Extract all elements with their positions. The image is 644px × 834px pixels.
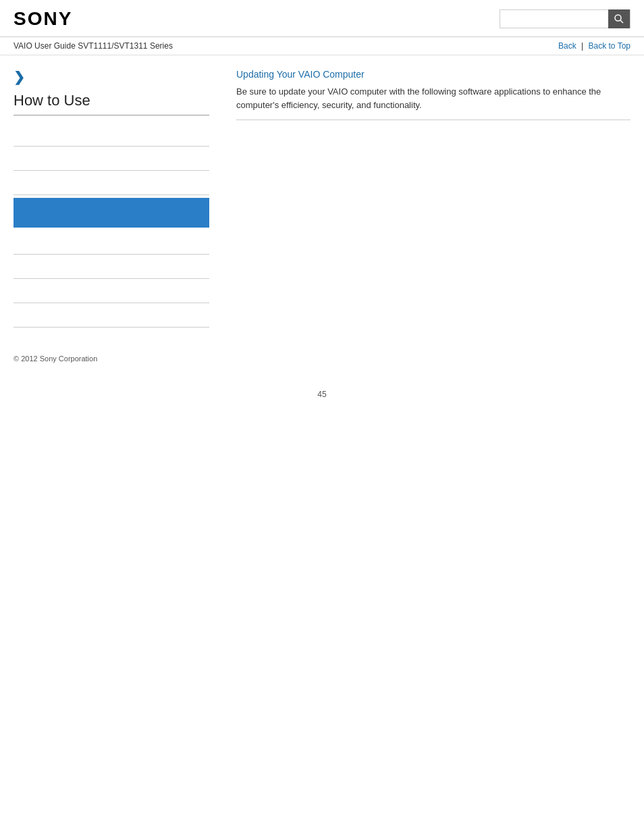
sidebar-item[interactable] bbox=[14, 147, 209, 171]
content-description: Be sure to update your VAIO computer wit… bbox=[236, 85, 630, 111]
content-area: Updating Your VAIO Computer Be sure to u… bbox=[223, 69, 630, 328]
page-footer: © 2012 Sony Corporation bbox=[0, 341, 644, 376]
guide-title: VAIO User Guide SVT1111/SVT1311 Series bbox=[14, 41, 173, 51]
sidebar: ❯ How to Use bbox=[14, 69, 223, 328]
sidebar-item[interactable] bbox=[14, 171, 209, 195]
main-content: ❯ How to Use Updating Your VAIO Computer… bbox=[0, 55, 644, 341]
content-link[interactable]: Updating Your VAIO Computer bbox=[236, 69, 630, 80]
back-to-top-link[interactable]: Back to Top bbox=[589, 41, 630, 51]
sub-header: VAIO User Guide SVT1111/SVT1311 Series B… bbox=[0, 37, 644, 55]
sidebar-item[interactable] bbox=[14, 279, 209, 303]
search-box bbox=[500, 9, 630, 28]
page-header: SONY bbox=[0, 0, 644, 37]
svg-point-0 bbox=[615, 15, 621, 21]
sidebar-section-title: How to Use bbox=[14, 92, 209, 115]
sidebar-item[interactable] bbox=[14, 230, 209, 255]
back-link[interactable]: Back bbox=[558, 41, 576, 51]
nav-links: Back | Back to Top bbox=[558, 41, 630, 51]
content-divider bbox=[236, 120, 630, 120]
sidebar-item[interactable] bbox=[14, 255, 209, 279]
page-number: 45 bbox=[0, 376, 644, 413]
sidebar-item[interactable] bbox=[14, 303, 209, 328]
sidebar-item[interactable] bbox=[14, 122, 209, 147]
search-icon bbox=[614, 14, 624, 24]
svg-line-1 bbox=[620, 20, 623, 23]
copyright-text: © 2012 Sony Corporation bbox=[14, 355, 97, 363]
search-input[interactable] bbox=[500, 10, 608, 28]
sidebar-item-highlighted[interactable] bbox=[14, 198, 209, 228]
sony-logo: SONY bbox=[14, 8, 72, 30]
search-button[interactable] bbox=[608, 9, 630, 28]
nav-separator: | bbox=[581, 41, 583, 51]
chevron-icon[interactable]: ❯ bbox=[14, 69, 209, 85]
